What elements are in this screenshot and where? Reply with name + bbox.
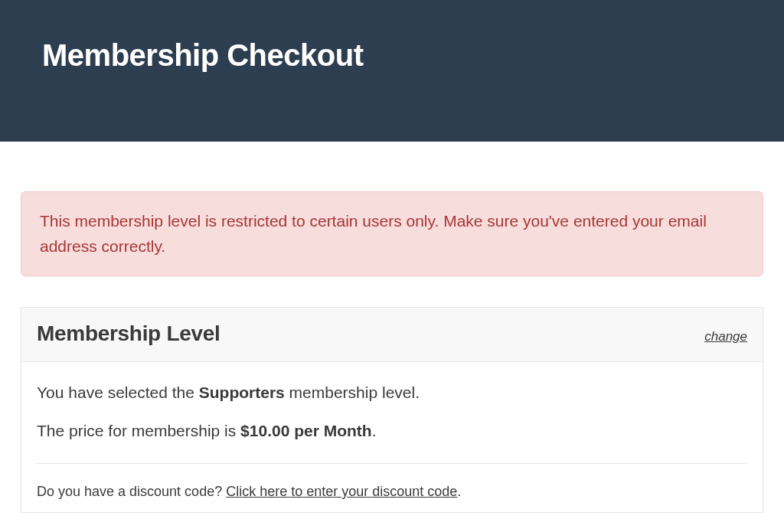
page-header: Membership Checkout bbox=[0, 0, 784, 142]
price-suffix: . bbox=[372, 422, 377, 439]
section-body: You have selected the Supporters members… bbox=[21, 362, 763, 512]
discount-suffix: . bbox=[457, 484, 461, 499]
section-header: Membership Level change bbox=[21, 308, 763, 362]
discount-line: Do you have a discount code? Click here … bbox=[37, 484, 747, 504]
selected-level-line: You have selected the Supporters members… bbox=[37, 383, 747, 402]
change-level-link[interactable]: change bbox=[704, 329, 747, 344]
selected-prefix: You have selected the bbox=[37, 383, 199, 401]
selected-level-name: Supporters bbox=[199, 383, 285, 401]
page-title: Membership Checkout bbox=[42, 38, 742, 73]
price-line: The price for membership is $10.00 per M… bbox=[37, 422, 747, 440]
discount-prompt: Do you have a discount code? bbox=[37, 484, 226, 499]
section-title: Membership Level bbox=[37, 321, 220, 346]
price-prefix: The price for membership is bbox=[37, 422, 240, 439]
restriction-alert: This membership level is restricted to c… bbox=[21, 191, 763, 276]
separator bbox=[37, 463, 747, 464]
discount-code-link[interactable]: Click here to enter your discount code bbox=[226, 484, 457, 499]
selected-suffix: membership level. bbox=[285, 383, 420, 401]
restriction-alert-text: This membership level is restricted to c… bbox=[40, 212, 707, 255]
price-value: $10.00 per Month bbox=[240, 422, 372, 439]
membership-level-section: Membership Level change You have selecte… bbox=[21, 307, 763, 513]
main-container: This membership level is restricted to c… bbox=[21, 142, 763, 513]
